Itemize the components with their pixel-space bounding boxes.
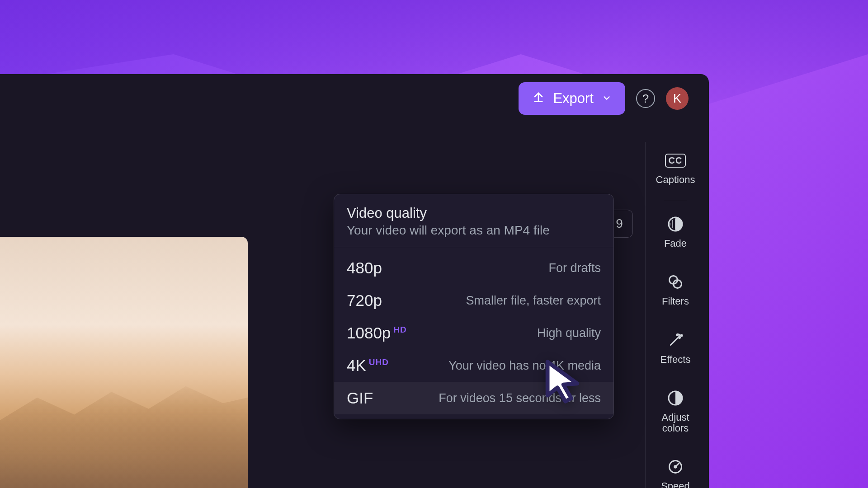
cursor-icon	[542, 358, 589, 407]
divider	[664, 200, 687, 200]
avatar[interactable]: K	[666, 87, 689, 110]
quality-option-720p[interactable]: 720p Smaller file, faster export	[334, 284, 613, 317]
svg-point-6	[679, 337, 680, 338]
sidebar-item-effects[interactable]: Effects	[660, 331, 691, 365]
sidebar-label: Speed	[661, 481, 690, 488]
adjust-icon	[666, 389, 685, 408]
sidebar-item-fade[interactable]: Fade	[664, 215, 687, 249]
sidebar-label: Filters	[662, 296, 689, 307]
sidebar-label: Fade	[664, 238, 687, 249]
dropdown-title: Video quality	[347, 205, 601, 221]
dropdown-subtitle: Your video will export as an MP4 file	[347, 223, 601, 238]
toolbar: Export ? K	[519, 82, 689, 115]
filters-icon	[666, 272, 685, 291]
svg-point-7	[681, 335, 682, 336]
question-icon: ?	[642, 92, 649, 106]
svg-point-8	[677, 334, 678, 335]
sidebar-item-speed[interactable]: Speed	[661, 457, 690, 488]
svg-point-11	[675, 466, 677, 468]
app-window: Export ? K 9 CC Captions	[0, 74, 709, 488]
sidebar-label: Adjust colors	[658, 412, 693, 434]
help-button[interactable]: ?	[636, 89, 655, 108]
right-sidebar: CC Captions Fade Filters Effects	[645, 142, 693, 488]
quality-option-1080p[interactable]: 1080p HD High quality	[334, 317, 613, 349]
sidebar-item-filters[interactable]: Filters	[662, 272, 689, 307]
sidebar-label: Effects	[660, 354, 691, 365]
speed-icon	[666, 457, 685, 476]
quality-option-480p[interactable]: 480p For drafts	[334, 252, 613, 284]
upload-icon	[532, 90, 545, 107]
export-label: Export	[553, 90, 594, 107]
fade-icon	[666, 215, 685, 234]
sidebar-item-captions[interactable]: CC Captions	[656, 151, 695, 185]
sidebar-label: Captions	[656, 174, 695, 185]
video-preview	[0, 237, 248, 488]
chevron-down-icon	[602, 90, 612, 107]
dropdown-header: Video quality Your video will export as …	[334, 194, 613, 247]
sidebar-item-adjust[interactable]: Adjust colors	[658, 389, 693, 434]
export-button[interactable]: Export	[519, 82, 625, 115]
avatar-initial: K	[673, 92, 681, 106]
cc-icon: CC	[666, 151, 685, 170]
effects-icon	[666, 331, 685, 350]
